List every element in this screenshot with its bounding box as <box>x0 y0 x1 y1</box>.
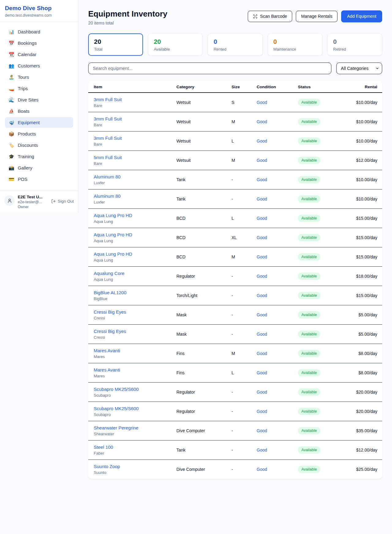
table-row: Cressi Big Eyes Cressi Mask - Good Avail… <box>88 305 382 325</box>
item-size: - <box>229 170 254 189</box>
sidebar: Demo Dive Shop demo.test.divestreams.com… <box>0 0 78 213</box>
sidebar-item-bookings[interactable]: 📅 Bookings <box>5 38 73 48</box>
table-row: Suunto Zoop Suunto Dive Computer - Good … <box>88 460 382 479</box>
sidebar-item-label: Customers <box>18 63 40 68</box>
page-title: Equipment Inventory <box>88 9 168 19</box>
condition-link[interactable]: Good <box>257 332 267 337</box>
sidebar-item-label: Discounts <box>18 143 38 148</box>
sidebar-item-label: Gallery <box>18 165 32 170</box>
item-name-link[interactable]: Cressi Big Eyes <box>94 329 172 334</box>
condition-link[interactable]: Good <box>257 158 267 163</box>
condition-link[interactable]: Good <box>257 216 267 221</box>
item-category: BCD <box>174 209 229 228</box>
status-badge: Available <box>298 176 320 183</box>
condition-link[interactable]: Good <box>257 274 267 279</box>
sign-out-button[interactable]: Sign Out <box>51 199 74 204</box>
condition-link[interactable]: Good <box>257 235 267 240</box>
sidebar-item-tours[interactable]: 🏝️ Tours <box>5 72 73 82</box>
status-badge: Available <box>298 118 320 125</box>
item-size: L <box>229 363 254 383</box>
item-brand: Bare <box>94 123 172 127</box>
item-name-link[interactable]: Aqua Lung Pro HD <box>94 251 172 257</box>
condition-link[interactable]: Good <box>257 351 267 356</box>
item-name-link[interactable]: 3mm Full Suit <box>94 97 172 102</box>
table-row: Scubapro MK25/S600 Scubapro Regulator - … <box>88 402 382 421</box>
sidebar-item-label: Dive Sites <box>18 97 39 102</box>
condition-link[interactable]: Good <box>257 177 267 182</box>
sidebar-item-customers[interactable]: 👥 Customers <box>5 60 73 71</box>
stat-card-rented[interactable]: 0 Rented <box>208 33 262 56</box>
item-brand: Scubapro <box>94 393 172 398</box>
condition-link[interactable]: Good <box>257 448 267 452</box>
sidebar-item-dive-sites[interactable]: 🌊 Dive Sites <box>5 94 73 105</box>
sidebar-item-trips[interactable]: 🚤 Trips <box>5 83 73 94</box>
sidebar-item-boats[interactable]: ⛵ Boats <box>5 106 73 116</box>
item-name-link[interactable]: Steel 100 <box>94 444 172 450</box>
rental-rate: $12.00/day <box>356 158 377 163</box>
condition-link[interactable]: Good <box>257 254 267 259</box>
sidebar-item-dashboard[interactable]: 📊 Dashboard <box>5 26 73 37</box>
search-input[interactable] <box>88 63 331 74</box>
add-equipment-button[interactable]: Add Equipment <box>341 10 382 22</box>
stat-card-total[interactable]: 20 Total <box>88 33 143 56</box>
sidebar-item-training[interactable]: 🎓 Training <box>5 151 73 162</box>
logout-icon <box>51 199 56 204</box>
item-name-link[interactable]: Mares Avanti <box>94 348 172 353</box>
item-name-link[interactable]: Aqualung Core <box>94 271 172 276</box>
item-category: BCD <box>174 247 229 267</box>
rental-rate: $15.00/day <box>356 254 377 259</box>
item-name-link[interactable]: Aluminum 80 <box>94 193 172 199</box>
sidebar-item-label: POS <box>18 177 28 182</box>
item-name-link[interactable]: Suunto Zoop <box>94 464 172 469</box>
condition-link[interactable]: Good <box>257 370 267 375</box>
condition-link[interactable]: Good <box>257 390 267 395</box>
item-name-link[interactable]: 5mm Full Suit <box>94 155 172 160</box>
sidebar-item-gallery[interactable]: 📸 Gallery <box>5 162 73 173</box>
item-name-link[interactable]: Cressi Big Eyes <box>94 309 172 315</box>
condition-link[interactable]: Good <box>257 312 267 317</box>
table-header-row: Item Category Size Condition Status Rent… <box>88 81 382 93</box>
stat-value: 0 <box>213 38 257 45</box>
item-name-link[interactable]: Scubapro MK25/S600 <box>94 387 172 392</box>
stat-card-retired[interactable]: 0 Retired <box>327 33 382 56</box>
stat-card-maintenance[interactable]: 0 Maintenance <box>268 33 322 56</box>
sidebar-item-calendar[interactable]: 📆 Calendar <box>5 49 73 60</box>
manage-rentals-label: Manage Rentals <box>301 14 332 19</box>
column-header-size: Size <box>229 81 254 93</box>
sidebar-item-equipment[interactable]: 🤿 Equipment <box>5 117 73 128</box>
table-row: 3mm Full Suit Bare Wetsuit S Good Availa… <box>88 93 382 112</box>
table-row: Aqua Lung Pro HD Aqua Lung BCD M Good Av… <box>88 247 382 267</box>
dashboard-chart-icon: 📊 <box>9 29 14 34</box>
rental-rate: $5.00/day <box>359 312 378 317</box>
sidebar-item-discounts[interactable]: 🏷️ Discounts <box>5 140 73 151</box>
item-name-link[interactable]: Aluminum 80 <box>94 174 172 179</box>
condition-link[interactable]: Good <box>257 119 267 124</box>
condition-link[interactable]: Good <box>257 428 267 433</box>
condition-link[interactable]: Good <box>257 196 267 201</box>
item-name-link[interactable]: Aqua Lung Pro HD <box>94 232 172 237</box>
sidebar-item-label: Products <box>18 131 36 136</box>
condition-link[interactable]: Good <box>257 409 267 414</box>
item-name-link[interactable]: BigBlue AL1200 <box>94 290 172 295</box>
item-name-link[interactable]: 3mm Full Suit <box>94 135 172 141</box>
item-name-link[interactable]: Scubapro MK25/S600 <box>94 406 172 411</box>
item-name-link[interactable]: Mares Avanti <box>94 367 172 372</box>
item-category: Mask <box>174 305 229 325</box>
condition-link[interactable]: Good <box>257 467 267 472</box>
item-size: M <box>229 247 254 267</box>
sidebar-item-products[interactable]: 📦 Products <box>5 128 73 139</box>
manage-rentals-button[interactable]: Manage Rentals <box>296 11 337 22</box>
condition-link[interactable]: Good <box>257 139 267 143</box>
condition-link[interactable]: Good <box>257 293 267 298</box>
category-select[interactable]: All Categories <box>336 63 382 74</box>
scan-barcode-button[interactable]: Scan Barcode <box>248 11 292 22</box>
rental-rate: $5.00/day <box>359 332 378 337</box>
item-name-link[interactable]: 3mm Full Suit <box>94 116 172 121</box>
condition-link[interactable]: Good <box>257 100 267 105</box>
stat-card-available[interactable]: 20 Available <box>148 33 203 56</box>
table-row: Aluminum 80 Luxfer Tank - Good Available… <box>88 170 382 189</box>
item-name-link[interactable]: Aqua Lung Pro HD <box>94 213 172 218</box>
item-name-link[interactable]: Shearwater Peregrine <box>94 425 172 430</box>
item-brand: Faber <box>94 451 172 456</box>
sidebar-item-pos[interactable]: 💳 POS <box>5 174 73 185</box>
